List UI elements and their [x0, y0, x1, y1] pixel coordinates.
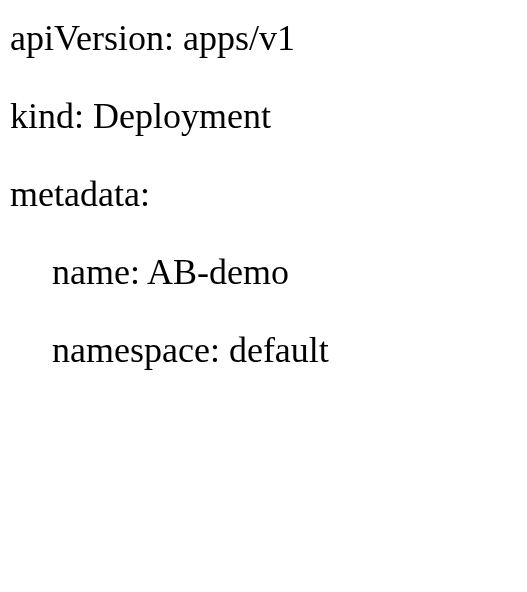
yaml-line-metadata: metadata: [10, 176, 517, 212]
yaml-line-kind: kind: Deployment [10, 98, 517, 134]
yaml-line-metadata-namespace: namespace: default [10, 332, 517, 368]
yaml-line-apiversion: apiVersion: apps/v1 [10, 20, 517, 56]
yaml-line-metadata-name: name: AB-demo [10, 254, 517, 290]
